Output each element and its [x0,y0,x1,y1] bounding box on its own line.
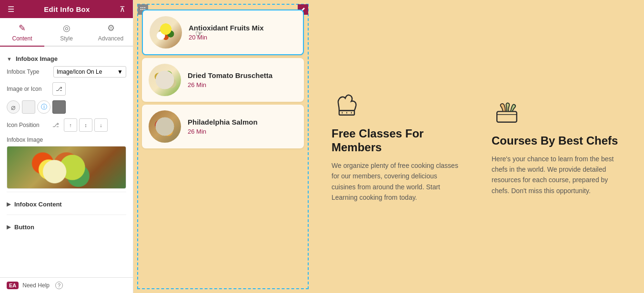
hamburger-icon[interactable]: ☰ [8,5,14,14]
blank-btn[interactable] [22,100,35,114]
info-icon-btn[interactable]: ⓘ [37,100,50,114]
icon-position-row: Icon Position ⎇ ↑ ↕ ↓ [7,118,126,132]
food-image-preview [7,146,126,188]
chef-hat-icon [332,90,362,120]
infobox-type-row: Infobox Type Image/Icon On Le ▼ [7,66,126,78]
infobox-image-section-title: Infobox Image [16,55,58,62]
recipe-title-1: Antioxidant Fruits Mix [189,24,296,32]
align-middle-btn[interactable]: ↕ [79,118,92,132]
svg-rect-2 [144,7,145,8]
align-bottom-btn[interactable]: ↓ [94,118,108,132]
food-img-3 [149,110,181,143]
recipe-title-2: Dried Tomato Bruschetta [188,71,297,79]
tab-style[interactable]: ◎ Style [44,18,89,47]
image-or-icon-row: Image or Icon ⎇ [7,82,126,96]
infobox-image-label: Infobox Image [7,137,126,143]
advanced-tab-icon: ⚙ [107,23,115,33]
dropdown-chevron-icon: ▼ [117,68,123,75]
recipe-info-1: Antioxidant Fruits Mix 20 Min [189,24,296,41]
no-icon-btn[interactable]: ⌀ [7,100,20,114]
infobox-type-label: Infobox Type [7,68,50,75]
infobox-type-value: Image/Icon On Le [57,68,102,75]
ea-badge: EA [7,282,19,289]
image-preview[interactable] [7,146,126,189]
position-buttons: ↑ ↕ ↓ [64,118,108,132]
recipe-card-1[interactable]: Antioxidant Fruits Mix 20 Min ☞ [142,10,304,55]
recipe-img-2 [149,64,181,96]
info-box-free-classes: Free Classes For Members We organize ple… [332,90,463,203]
help-question-icon[interactable]: ? [55,282,63,289]
grid-icon[interactable]: ⊼ [120,5,125,14]
tab-advanced[interactable]: ⚙ Advanced [89,18,133,47]
monitor-icon-small: ⎇ [52,122,59,128]
infobox-content-label: Infobox Content [14,201,62,208]
section-arrow-down: ▼ [7,56,12,62]
button-section-label: Button [14,224,34,231]
recipe-card-3[interactable]: Philadelphia Salmon 26 Min [142,105,304,148]
recipe-time-1: 20 Min [189,34,296,41]
recipe-time-2: 26 Min [188,81,297,88]
recipe-img-3 [149,110,181,143]
infoboxes-area: Antioxidant Fruits Mix 20 Min ☞ Dried To… [133,0,644,293]
recipe-card-2[interactable]: Dried Tomato Bruschetta 26 Min [142,58,304,102]
recipe-info-3: Philadelphia Salmon 26 Min [188,118,297,135]
svg-rect-1 [142,7,143,8]
tab-content[interactable]: ✎ Content [0,18,44,47]
info-box-desc-2: Here's your chance to learn from the bes… [492,154,625,196]
align-top-btn[interactable]: ↑ [64,118,77,132]
dark-square-btn[interactable] [52,100,66,114]
svg-rect-0 [141,7,141,8]
recipe-cards-column: Antioxidant Fruits Mix 20 Min ☞ Dried To… [137,4,309,289]
panel-content: ▼ Infobox Image Infobox Type Image/Icon … [0,47,133,277]
food-img-1 [150,16,182,49]
svg-rect-3 [141,9,141,10]
tab-style-label: Style [60,35,73,42]
button-arrow-right: ▶ [7,224,10,230]
info-box-title-2: Courses By Best Chefs [492,134,618,148]
image-or-icon-label: Image or Icon [7,86,50,92]
left-panel: ☰ Edit Info Box ⊼ ✎ Content ◎ Style ⚙ Ad… [0,0,133,293]
infobox-content-section: ▶ Infobox Content [7,192,126,215]
info-box-courses: Courses By Best Chefs Here's your chance… [492,97,625,196]
food-img-2 [149,64,181,96]
recipe-info-2: Dried Tomato Bruschetta 26 Min [188,71,297,88]
basket-icon [492,97,522,127]
main-content: Antioxidant Fruits Mix 20 Min ☞ Dried To… [133,0,644,293]
panel-title: Edit Info Box [44,5,90,13]
info-box-desc-1: We organize plenty of free cooking class… [332,160,463,203]
section-arrow-right: ▶ [7,201,10,207]
panel-header: ☰ Edit Info Box ⊼ [0,0,133,18]
svg-rect-10 [497,111,517,122]
tab-advanced-label: Advanced [98,35,123,42]
monitor-icon-btn[interactable]: ⎇ [52,82,66,96]
style-tab-icon: ◎ [63,23,70,33]
tab-content-label: Content [12,35,32,42]
panel-tabs: ✎ Content ◎ Style ⚙ Advanced [0,18,133,47]
infobox-image-section-header[interactable]: ▼ Infobox Image [7,51,126,66]
infobox-content-header[interactable]: ▶ Infobox Content [7,197,126,212]
content-tab-icon: ✎ [19,23,26,33]
infobox-type-dropdown[interactable]: Image/Icon On Le ▼ [53,66,126,78]
recipe-time-3: 26 Min [188,128,297,135]
button-section: ▶ Button [7,215,126,237]
recipe-img-1 [150,16,182,49]
panel-footer: EA Need Help ? [0,277,133,293]
info-box-title-1: Free Classes For Members [332,127,463,155]
button-section-header[interactable]: ▶ Button [7,220,126,234]
need-help-link[interactable]: Need Help [22,282,50,289]
right-info-boxes: Free Classes For Members We organize ple… [312,0,644,293]
icon-btns-row: ⌀ ⓘ [7,100,126,114]
icon-position-label: Icon Position [7,122,50,128]
recipe-title-3: Philadelphia Salmon [188,118,297,126]
